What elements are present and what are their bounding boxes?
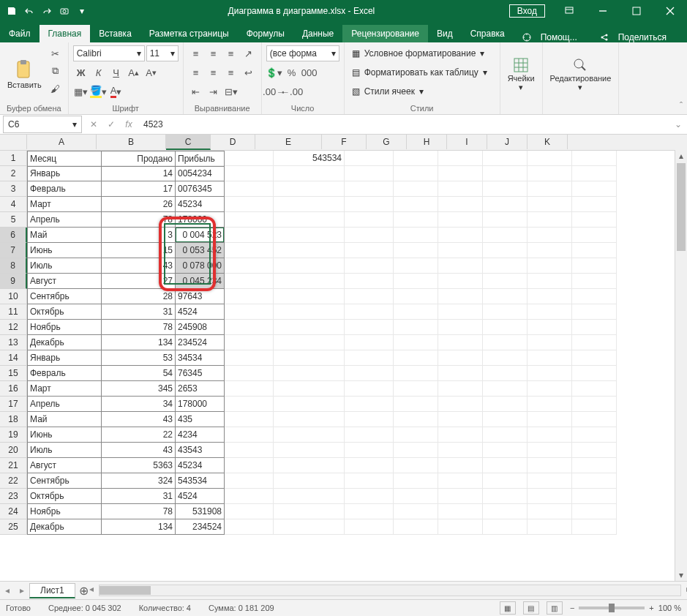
tab-файл[interactable]: Файл — [0, 25, 40, 42]
hscroll-thumb[interactable] — [100, 586, 151, 595]
cell-E3[interactable] — [274, 181, 345, 196]
cell-K14[interactable] — [572, 350, 617, 365]
cell-B21[interactable]: 5363 — [102, 458, 176, 473]
cell-D23[interactable] — [225, 489, 274, 503]
cell-C5[interactable]: 178000 — [176, 212, 225, 228]
cell-F22[interactable] — [345, 473, 394, 488]
cell-K22[interactable] — [572, 473, 617, 488]
paste-button[interactable]: Вставить — [4, 45, 45, 102]
cell-D19[interactable] — [225, 427, 274, 442]
cell-H2[interactable] — [438, 166, 483, 181]
cell-B18[interactable]: 43 — [102, 412, 176, 427]
cell-E18[interactable] — [274, 412, 345, 427]
cell-C22[interactable]: 543534 — [176, 473, 225, 489]
cell-J24[interactable] — [528, 504, 572, 519]
cell-C7[interactable]: 0 053 452 — [176, 243, 225, 258]
cell-A15[interactable]: Февраль — [27, 366, 102, 381]
cell-C15[interactable]: 76345 — [176, 366, 225, 381]
cell-A19[interactable]: Июнь — [27, 427, 102, 443]
cell-H23[interactable] — [438, 489, 483, 503]
cell-F18[interactable] — [345, 412, 394, 427]
cell-J22[interactable] — [528, 473, 572, 488]
scroll-up-icon[interactable]: ▴ — [675, 150, 687, 162]
cell-F13[interactable] — [345, 335, 394, 350]
cell-K18[interactable] — [572, 412, 617, 427]
cell-G17[interactable] — [394, 397, 438, 411]
cell-E2[interactable] — [274, 166, 345, 181]
cell-C9[interactable]: 0 045 234 — [176, 274, 225, 289]
sheet-tab[interactable]: Лист1 — [29, 583, 75, 598]
font-name-combo[interactable]: Calibri▾ — [73, 45, 145, 61]
cell-H17[interactable] — [438, 397, 483, 411]
cell-D14[interactable] — [225, 350, 274, 365]
cell-A1[interactable]: Месяц — [27, 151, 102, 167]
cell-E13[interactable] — [274, 335, 345, 350]
cell-H16[interactable] — [438, 381, 483, 396]
cell-B16[interactable]: 345 — [102, 381, 176, 397]
cell-I8[interactable] — [483, 258, 528, 273]
align-top-icon[interactable]: ≡ — [188, 45, 204, 61]
cell-J9[interactable] — [528, 274, 572, 288]
cell-H19[interactable] — [438, 427, 483, 442]
tab-рецензирование[interactable]: Рецензирование — [342, 25, 428, 42]
cell-C2[interactable]: 0054234 — [176, 166, 225, 181]
save-icon[interactable] — [4, 4, 19, 18]
row-header-7[interactable]: 7 — [0, 243, 27, 258]
cell-J16[interactable] — [528, 381, 572, 396]
cell-F14[interactable] — [345, 350, 394, 365]
cell-H10[interactable] — [438, 289, 483, 304]
decrease-decimal-icon[interactable]: ←.00 — [284, 83, 300, 99]
cell-C11[interactable]: 4524 — [176, 304, 225, 320]
cell-K24[interactable] — [572, 504, 617, 519]
row-header-2[interactable]: 2 — [0, 166, 27, 181]
cell-I11[interactable] — [483, 304, 528, 319]
cell-G3[interactable] — [394, 181, 438, 196]
cell-B23[interactable]: 31 — [102, 489, 176, 504]
cell-I23[interactable] — [483, 489, 528, 503]
cell-F7[interactable] — [345, 243, 394, 258]
cell-F12[interactable] — [345, 320, 394, 334]
cell-E12[interactable] — [274, 320, 345, 334]
tab-вид[interactable]: Вид — [428, 25, 462, 42]
cell-I15[interactable] — [483, 366, 528, 380]
cell-B7[interactable]: 15 — [102, 243, 176, 258]
scrollbar-thumb[interactable] — [677, 163, 686, 251]
cell-G7[interactable] — [394, 243, 438, 258]
orientation-icon[interactable]: ↗ — [241, 45, 257, 61]
cell-J2[interactable] — [528, 166, 572, 181]
cell-F24[interactable] — [345, 504, 394, 519]
cell-C25[interactable]: 234524 — [176, 519, 225, 535]
row-header-14[interactable]: 14 — [0, 350, 27, 366]
cell-I3[interactable] — [483, 181, 528, 196]
cell-B4[interactable]: 26 — [102, 197, 176, 212]
cell-I6[interactable] — [483, 228, 528, 242]
cell-K7[interactable] — [572, 243, 617, 258]
cell-K4[interactable] — [572, 197, 617, 211]
cell-I9[interactable] — [483, 274, 528, 288]
cell-G10[interactable] — [394, 289, 438, 304]
decrease-indent-icon[interactable]: ⇤ — [188, 83, 204, 99]
cell-C3[interactable]: 0076345 — [176, 181, 225, 197]
col-header-B[interactable]: B — [97, 135, 166, 149]
cell-I4[interactable] — [483, 197, 528, 211]
cell-K23[interactable] — [572, 489, 617, 503]
cell-A3[interactable]: Февраль — [27, 181, 102, 197]
cell-A4[interactable]: Март — [27, 197, 102, 212]
cell-I5[interactable] — [483, 212, 528, 227]
cell-C23[interactable]: 4524 — [176, 489, 225, 504]
cell-F2[interactable] — [345, 166, 394, 181]
cell-D4[interactable] — [225, 197, 274, 211]
cell-G25[interactable] — [394, 519, 438, 534]
cell-D1[interactable] — [225, 151, 274, 165]
cell-K5[interactable] — [572, 212, 617, 227]
cell-B22[interactable]: 324 — [102, 473, 176, 489]
cell-G2[interactable] — [394, 166, 438, 181]
cell-I18[interactable] — [483, 412, 528, 427]
cell-J18[interactable] — [528, 412, 572, 427]
cell-J19[interactable] — [528, 427, 572, 442]
cell-C6[interactable]: 0 004 523 — [176, 228, 225, 243]
cell-G23[interactable] — [394, 489, 438, 503]
cell-J8[interactable] — [528, 258, 572, 273]
cell-H5[interactable] — [438, 212, 483, 227]
cell-H25[interactable] — [438, 519, 483, 534]
